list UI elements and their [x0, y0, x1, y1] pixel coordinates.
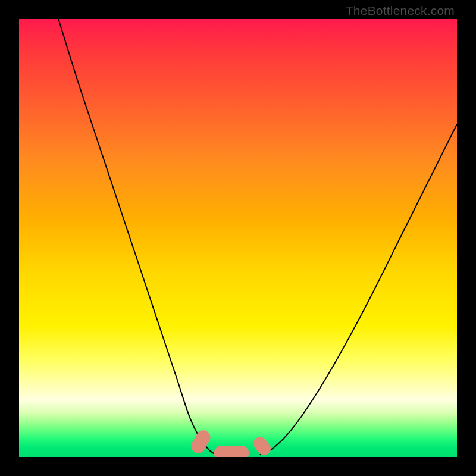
left-curve — [58, 19, 216, 455]
plot-area — [19, 19, 457, 457]
right-curve — [260, 124, 457, 455]
chart-frame: TheBottleneck.com — [0, 0, 476, 476]
marker-capsule — [250, 434, 273, 457]
marker-capsule — [214, 446, 249, 457]
watermark-text: TheBottleneck.com — [346, 4, 455, 18]
bottom-markers — [189, 428, 273, 457]
marker-capsule — [189, 428, 213, 456]
curves-svg — [19, 19, 457, 457]
